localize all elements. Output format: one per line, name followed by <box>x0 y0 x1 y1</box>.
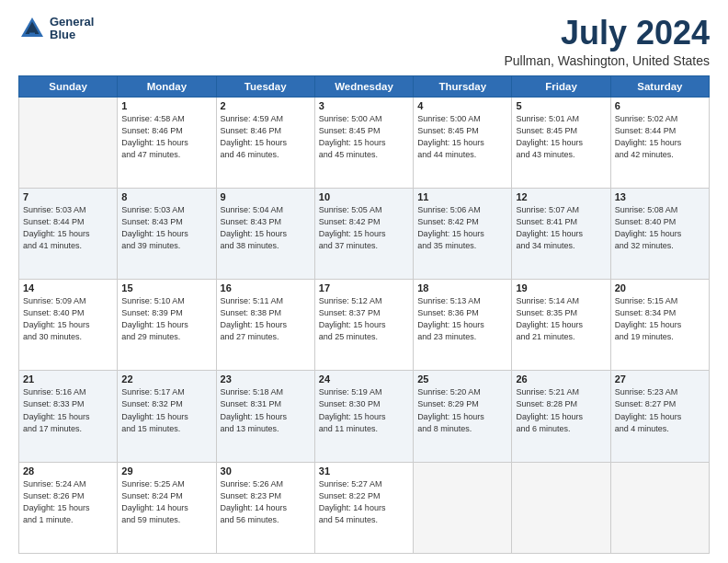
location: Pullman, Washington, United States <box>504 53 710 68</box>
col-header-friday: Friday <box>512 75 610 97</box>
calendar-cell: 5Sunrise: 5:01 AM Sunset: 8:45 PM Daylig… <box>512 97 610 188</box>
day-info: Sunrise: 5:00 AM Sunset: 8:45 PM Dayligh… <box>417 113 507 161</box>
day-info: Sunrise: 5:23 AM Sunset: 8:27 PM Dayligh… <box>615 386 705 434</box>
col-header-sunday: Sunday <box>19 75 118 97</box>
col-header-tuesday: Tuesday <box>216 75 314 97</box>
calendar-week-row: 28Sunrise: 5:24 AM Sunset: 8:26 PM Dayli… <box>19 462 710 553</box>
page: General Blue July 2024 Pullman, Washingt… <box>0 0 728 563</box>
calendar-cell: 23Sunrise: 5:18 AM Sunset: 8:31 PM Dayli… <box>216 371 314 462</box>
calendar-cell: 26Sunrise: 5:21 AM Sunset: 8:28 PM Dayli… <box>512 371 610 462</box>
calendar-cell: 16Sunrise: 5:11 AM Sunset: 8:38 PM Dayli… <box>216 280 314 371</box>
calendar-cell: 24Sunrise: 5:19 AM Sunset: 8:30 PM Dayli… <box>314 371 413 462</box>
day-number: 8 <box>121 191 211 202</box>
day-number: 30 <box>221 465 311 477</box>
calendar-cell: 14Sunrise: 5:09 AM Sunset: 8:40 PM Dayli… <box>19 280 118 371</box>
day-number: 28 <box>23 465 113 477</box>
day-info: Sunrise: 5:03 AM Sunset: 8:43 PM Dayligh… <box>121 204 211 252</box>
day-number: 7 <box>23 191 113 202</box>
calendar-cell: 13Sunrise: 5:08 AM Sunset: 8:40 PM Dayli… <box>610 188 709 279</box>
day-info: Sunrise: 5:15 AM Sunset: 8:34 PM Dayligh… <box>615 295 705 343</box>
day-number: 18 <box>417 282 507 293</box>
day-number: 3 <box>319 100 409 111</box>
calendar-cell: 30Sunrise: 5:26 AM Sunset: 8:23 PM Dayli… <box>216 462 314 553</box>
day-info: Sunrise: 5:17 AM Sunset: 8:32 PM Dayligh… <box>121 386 211 434</box>
calendar-cell: 22Sunrise: 5:17 AM Sunset: 8:32 PM Dayli… <box>118 371 216 462</box>
calendar-cell <box>610 462 709 553</box>
day-info: Sunrise: 5:06 AM Sunset: 8:42 PM Dayligh… <box>417 204 507 252</box>
day-number: 13 <box>615 191 705 202</box>
calendar-cell: 27Sunrise: 5:23 AM Sunset: 8:27 PM Dayli… <box>610 371 709 462</box>
day-number: 12 <box>516 191 606 202</box>
calendar-cell: 18Sunrise: 5:13 AM Sunset: 8:36 PM Dayli… <box>414 280 512 371</box>
logo-icon <box>18 15 46 42</box>
day-number: 21 <box>23 373 113 385</box>
calendar-cell: 7Sunrise: 5:03 AM Sunset: 8:44 PM Daylig… <box>19 188 118 279</box>
calendar-cell: 10Sunrise: 5:05 AM Sunset: 8:42 PM Dayli… <box>314 188 413 279</box>
day-number: 15 <box>121 282 211 293</box>
col-header-thursday: Thursday <box>414 75 512 97</box>
calendar-cell: 19Sunrise: 5:14 AM Sunset: 8:35 PM Dayli… <box>512 280 610 371</box>
title-block: July 2024 Pullman, Washington, United St… <box>504 15 710 68</box>
month-title: July 2024 <box>504 15 710 52</box>
col-header-wednesday: Wednesday <box>314 75 413 97</box>
logo-text: General Blue <box>50 16 94 42</box>
day-info: Sunrise: 5:24 AM Sunset: 8:26 PM Dayligh… <box>23 478 113 526</box>
calendar-cell: 21Sunrise: 5:16 AM Sunset: 8:33 PM Dayli… <box>19 371 118 462</box>
day-info: Sunrise: 5:11 AM Sunset: 8:38 PM Dayligh… <box>221 295 311 343</box>
day-info: Sunrise: 5:13 AM Sunset: 8:36 PM Dayligh… <box>417 295 507 343</box>
day-number: 19 <box>516 282 606 293</box>
day-number: 4 <box>417 100 507 111</box>
day-number: 31 <box>319 465 409 477</box>
day-info: Sunrise: 5:02 AM Sunset: 8:44 PM Dayligh… <box>615 113 705 161</box>
calendar-cell: 6Sunrise: 5:02 AM Sunset: 8:44 PM Daylig… <box>610 97 709 188</box>
calendar-cell: 17Sunrise: 5:12 AM Sunset: 8:37 PM Dayli… <box>314 280 413 371</box>
day-number: 20 <box>615 282 705 293</box>
calendar-cell: 8Sunrise: 5:03 AM Sunset: 8:43 PM Daylig… <box>118 188 216 279</box>
day-info: Sunrise: 5:12 AM Sunset: 8:37 PM Dayligh… <box>319 295 409 343</box>
day-info: Sunrise: 5:00 AM Sunset: 8:45 PM Dayligh… <box>319 113 409 161</box>
day-number: 25 <box>417 373 507 385</box>
day-info: Sunrise: 5:27 AM Sunset: 8:22 PM Dayligh… <box>319 478 409 526</box>
day-number: 27 <box>615 373 705 385</box>
day-info: Sunrise: 4:58 AM Sunset: 8:46 PM Dayligh… <box>121 113 211 161</box>
day-number: 1 <box>121 100 211 111</box>
day-number: 6 <box>615 100 705 111</box>
day-number: 5 <box>516 100 606 111</box>
day-number: 22 <box>121 373 211 385</box>
day-info: Sunrise: 5:14 AM Sunset: 8:35 PM Dayligh… <box>516 295 606 343</box>
calendar-cell: 2Sunrise: 4:59 AM Sunset: 8:46 PM Daylig… <box>216 97 314 188</box>
day-info: Sunrise: 5:21 AM Sunset: 8:28 PM Dayligh… <box>516 386 606 434</box>
day-number: 24 <box>319 373 409 385</box>
day-info: Sunrise: 5:05 AM Sunset: 8:42 PM Dayligh… <box>319 204 409 252</box>
day-info: Sunrise: 5:09 AM Sunset: 8:40 PM Dayligh… <box>23 295 113 343</box>
day-info: Sunrise: 5:20 AM Sunset: 8:29 PM Dayligh… <box>417 386 507 434</box>
calendar-cell <box>414 462 512 553</box>
calendar-cell: 11Sunrise: 5:06 AM Sunset: 8:42 PM Dayli… <box>414 188 512 279</box>
header: General Blue July 2024 Pullman, Washingt… <box>18 15 710 68</box>
col-header-saturday: Saturday <box>610 75 709 97</box>
day-info: Sunrise: 5:16 AM Sunset: 8:33 PM Dayligh… <box>23 386 113 434</box>
svg-rect-2 <box>29 33 35 38</box>
day-number: 26 <box>516 373 606 385</box>
calendar-table: SundayMondayTuesdayWednesdayThursdayFrid… <box>18 75 710 554</box>
calendar-cell: 28Sunrise: 5:24 AM Sunset: 8:26 PM Dayli… <box>19 462 118 553</box>
calendar-week-row: 14Sunrise: 5:09 AM Sunset: 8:40 PM Dayli… <box>19 280 710 371</box>
calendar-cell: 31Sunrise: 5:27 AM Sunset: 8:22 PM Dayli… <box>314 462 413 553</box>
calendar-cell: 25Sunrise: 5:20 AM Sunset: 8:29 PM Dayli… <box>414 371 512 462</box>
day-number: 2 <box>221 100 311 111</box>
day-number: 10 <box>319 191 409 202</box>
day-number: 9 <box>221 191 311 202</box>
day-info: Sunrise: 5:25 AM Sunset: 8:24 PM Dayligh… <box>121 478 211 526</box>
day-number: 29 <box>121 465 211 477</box>
calendar-cell <box>512 462 610 553</box>
calendar-header-row: SundayMondayTuesdayWednesdayThursdayFrid… <box>19 75 710 97</box>
day-info: Sunrise: 5:03 AM Sunset: 8:44 PM Dayligh… <box>23 204 113 252</box>
logo-line2: Blue <box>50 29 94 41</box>
calendar-cell: 4Sunrise: 5:00 AM Sunset: 8:45 PM Daylig… <box>414 97 512 188</box>
calendar-week-row: 7Sunrise: 5:03 AM Sunset: 8:44 PM Daylig… <box>19 188 710 279</box>
calendar-week-row: 21Sunrise: 5:16 AM Sunset: 8:33 PM Dayli… <box>19 371 710 462</box>
day-number: 17 <box>319 282 409 293</box>
day-info: Sunrise: 5:07 AM Sunset: 8:41 PM Dayligh… <box>516 204 606 252</box>
day-number: 14 <box>23 282 113 293</box>
logo: General Blue <box>18 15 94 42</box>
